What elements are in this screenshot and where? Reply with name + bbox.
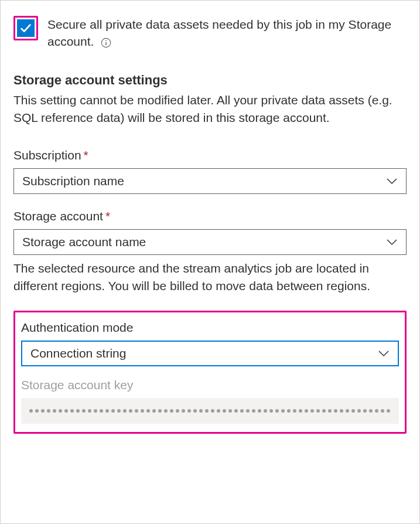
storage-settings-description: This setting cannot be modified later. A… xyxy=(13,91,407,127)
subscription-label-text: Subscription xyxy=(13,148,81,162)
auth-mode-dropdown[interactable]: Connection string xyxy=(21,341,399,366)
storage-account-field: Storage account* Storage account name Th… xyxy=(13,209,407,295)
storage-account-dropdown[interactable]: Storage account name xyxy=(13,229,407,255)
storage-key-field: Storage account key ... xyxy=(21,378,399,424)
storage-settings-title: Storage account settings xyxy=(13,73,407,88)
chevron-down-icon xyxy=(386,235,398,249)
secure-data-checkbox-label: Secure all private data assets needed by… xyxy=(47,18,391,48)
info-icon[interactable] xyxy=(101,38,111,48)
password-mask: ... xyxy=(29,404,391,417)
auth-mode-label: Authentication mode xyxy=(21,321,399,335)
required-asterisk: * xyxy=(105,209,110,223)
storage-key-label: Storage account key xyxy=(21,378,399,392)
storage-account-helper: The selected resource and the stream ana… xyxy=(13,260,407,295)
storage-account-value: Storage account name xyxy=(22,235,146,249)
authentication-highlight-box: Authentication mode Connection string St… xyxy=(13,311,407,434)
subscription-label: Subscription* xyxy=(13,148,407,162)
storage-account-label: Storage account* xyxy=(13,209,407,223)
storage-account-label-text: Storage account xyxy=(13,209,103,223)
secure-data-checkbox[interactable] xyxy=(17,19,35,37)
secure-data-checkbox-row: Secure all private data assets needed by… xyxy=(13,16,407,50)
subscription-dropdown[interactable]: Subscription name xyxy=(13,168,407,194)
form-panel: Secure all private data assets needed by… xyxy=(0,0,420,524)
required-asterisk: * xyxy=(84,148,88,162)
checkbox-highlight-box xyxy=(13,16,38,40)
svg-point-1 xyxy=(105,40,107,42)
checkbox-label-wrap: Secure all private data assets needed by… xyxy=(47,16,407,50)
chevron-down-icon xyxy=(378,346,390,360)
storage-key-input[interactable]: ... xyxy=(21,398,399,424)
subscription-field: Subscription* Subscription name xyxy=(13,148,407,194)
chevron-down-icon xyxy=(386,174,398,188)
subscription-value: Subscription name xyxy=(22,174,124,188)
checkmark-icon xyxy=(19,22,32,35)
auth-mode-field: Authentication mode Connection string xyxy=(21,321,399,366)
auth-mode-value: Connection string xyxy=(30,346,126,360)
